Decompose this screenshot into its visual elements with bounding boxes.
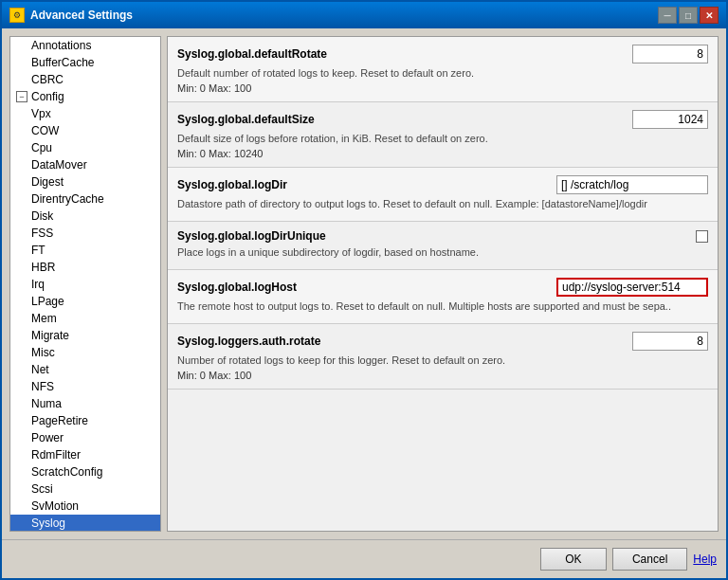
- sidebar-item-power[interactable]: Power: [10, 429, 160, 446]
- close-button[interactable]: ✕: [700, 7, 719, 24]
- sidebar-item-buffercache[interactable]: BufferCache: [10, 54, 160, 71]
- sidebar-item-scsi[interactable]: Scsi: [10, 480, 160, 498]
- setting-minmax-authRotate: Min: 0 Max: 100: [177, 370, 708, 381]
- setting-key-defaultRotate: Syslog.global.defaultRotate: [177, 47, 327, 61]
- sidebar-item-cbrc[interactable]: CBRC: [10, 71, 160, 88]
- sidebar-item-fss[interactable]: FSS: [10, 225, 160, 242]
- settings-scroll[interactable]: Syslog.global.defaultRotate8Default numb…: [168, 37, 718, 531]
- setting-block-logDirUnique: Syslog.global.logDirUniquePlace logs in …: [168, 222, 718, 270]
- sidebar-label-mem: Mem: [31, 312, 57, 325]
- setting-value-logDir[interactable]: [] /scratch/log: [556, 175, 708, 194]
- sidebar-label-nfs: NFS: [31, 380, 54, 393]
- sidebar-item-numa[interactable]: Numa: [10, 395, 160, 412]
- sidebar: AnnotationsBufferCacheCBRC−ConfigVpxCOWC…: [9, 36, 161, 532]
- sidebar-label-syslog: Syslog: [31, 517, 65, 530]
- sidebar-item-annotations[interactable]: Annotations: [10, 37, 160, 54]
- content-area: AnnotationsBufferCacheCBRC−ConfigVpxCOWC…: [2, 28, 726, 539]
- sidebar-item-digest[interactable]: Digest: [10, 173, 160, 190]
- setting-block-defaultSize: Syslog.global.defaultSize1024Default siz…: [168, 102, 718, 168]
- sidebar-label-scratchconfig: ScratchConfig: [31, 465, 102, 479]
- main-panel: Syslog.global.defaultRotate8Default numb…: [167, 36, 719, 532]
- checkbox-logDirUnique[interactable]: [696, 230, 708, 243]
- setting-minmax-defaultSize: Min: 0 Max: 10240: [177, 148, 708, 159]
- sidebar-item-svmotion[interactable]: SvMotion: [10, 498, 160, 515]
- setting-value-logHost[interactable]: udp://syslog-server:514: [556, 278, 708, 297]
- sidebar-item-migrate[interactable]: Migrate: [10, 327, 160, 344]
- sidebar-label-lpage: LPage: [31, 295, 64, 308]
- sidebar-item-disk[interactable]: Disk: [10, 208, 160, 225]
- sidebar-label-cow: COW: [31, 124, 59, 137]
- maximize-button[interactable]: □: [679, 7, 698, 24]
- setting-value-defaultSize[interactable]: 1024: [632, 110, 708, 129]
- setting-value-authRotate[interactable]: 8: [632, 332, 708, 351]
- sidebar-item-pageretire[interactable]: PageRetire: [10, 412, 160, 429]
- sidebar-label-buffercache: BufferCache: [31, 56, 95, 69]
- sidebar-label-power: Power: [31, 431, 64, 444]
- sidebar-label-annotations: Annotations: [31, 39, 91, 52]
- setting-block-defaultRotate: Syslog.global.defaultRotate8Default numb…: [168, 37, 718, 102]
- setting-key-logDirUnique: Syslog.global.logDirUnique: [177, 229, 326, 243]
- setting-header-logDir: Syslog.global.logDir[] /scratch/log: [177, 175, 708, 194]
- setting-block-logHost: Syslog.global.logHostudp://syslog-server…: [168, 270, 718, 324]
- sidebar-label-misc: Misc: [31, 346, 55, 359]
- title-controls: ─ □ ✕: [658, 7, 719, 24]
- sidebar-item-vpx[interactable]: Vpx: [10, 105, 160, 122]
- sidebar-label-cpu: Cpu: [31, 141, 52, 154]
- sidebar-label-disk: Disk: [31, 209, 53, 223]
- checkbox-area-logDirUnique: [696, 230, 708, 243]
- sidebar-label-hbr: HBR: [31, 261, 55, 274]
- setting-desc-authRotate: Number of rotated logs to keep for this …: [177, 354, 708, 366]
- sidebar-item-direntrycache[interactable]: DirentryCache: [10, 190, 160, 208]
- setting-header-authRotate: Syslog.loggers.auth.rotate8: [177, 332, 708, 351]
- sidebar-item-irq[interactable]: Irq: [10, 276, 160, 293]
- sidebar-label-vpx: Vpx: [31, 107, 51, 120]
- setting-key-authRotate: Syslog.loggers.auth.rotate: [177, 335, 320, 348]
- sidebar-item-scratchconfig[interactable]: ScratchConfig: [10, 463, 160, 480]
- minimize-button[interactable]: ─: [658, 7, 677, 24]
- setting-header-defaultSize: Syslog.global.defaultSize1024: [177, 110, 708, 129]
- sidebar-item-cow[interactable]: COW: [10, 122, 160, 139]
- sidebar-item-net[interactable]: Net: [10, 361, 160, 378]
- sidebar-item-mem[interactable]: Mem: [10, 310, 160, 327]
- sidebar-label-scsi: Scsi: [31, 482, 53, 496]
- help-button[interactable]: Help: [693, 553, 717, 566]
- expand-icon-config[interactable]: −: [16, 91, 27, 102]
- sidebar-item-cpu[interactable]: Cpu: [10, 139, 160, 156]
- setting-desc-defaultRotate: Default number of rotated logs to keep. …: [177, 67, 708, 79]
- sidebar-label-direntrycache: DirentryCache: [31, 192, 104, 206]
- sidebar-item-rdmfilter[interactable]: RdmFilter: [10, 446, 160, 463]
- bottom-bar: OK Cancel Help: [2, 539, 726, 578]
- sidebar-label-fss: FSS: [31, 227, 53, 240]
- sidebar-item-datamover[interactable]: DataMover: [10, 156, 160, 173]
- sidebar-item-config[interactable]: −Config: [10, 88, 160, 105]
- sidebar-item-misc[interactable]: Misc: [10, 344, 160, 361]
- cancel-button[interactable]: Cancel: [612, 548, 687, 571]
- sidebar-label-rdmfilter: RdmFilter: [31, 448, 81, 462]
- title-bar: ⚙ Advanced Settings ─ □ ✕: [2, 2, 726, 28]
- sidebar-label-digest: Digest: [31, 175, 64, 189]
- sidebar-label-numa: Numa: [31, 397, 62, 410]
- setting-minmax-defaultRotate: Min: 0 Max: 100: [177, 82, 708, 94]
- sidebar-label-pageretire: PageRetire: [31, 414, 88, 427]
- sidebar-label-ft: FT: [31, 244, 46, 257]
- sidebar-label-config: Config: [31, 90, 64, 103]
- sidebar-item-ft[interactable]: FT: [10, 242, 160, 259]
- setting-value-defaultRotate[interactable]: 8: [632, 45, 708, 63]
- sidebar-label-net: Net: [31, 363, 49, 376]
- sidebar-label-datamover: DataMover: [31, 158, 87, 172]
- setting-block-authRotate: Syslog.loggers.auth.rotate8Number of rot…: [168, 324, 718, 390]
- window-icon: ⚙: [9, 8, 25, 23]
- sidebar-label-migrate: Migrate: [31, 329, 69, 342]
- ok-button[interactable]: OK: [540, 548, 607, 571]
- setting-header-logDirUnique: Syslog.global.logDirUnique: [177, 229, 708, 243]
- sidebar-item-nfs[interactable]: NFS: [10, 378, 160, 395]
- sidebar-label-irq: Irq: [31, 278, 45, 291]
- setting-key-logDir: Syslog.global.logDir: [177, 178, 287, 191]
- sidebar-item-syslog[interactable]: Syslog: [10, 515, 160, 532]
- sidebar-item-lpage[interactable]: LPage: [10, 293, 160, 310]
- sidebar-label-svmotion: SvMotion: [31, 499, 79, 513]
- setting-desc-logDir: Datastore path of directory to output lo…: [177, 198, 708, 209]
- setting-desc-logHost: The remote host to output logs to. Reset…: [177, 300, 708, 312]
- sidebar-item-hbr[interactable]: HBR: [10, 259, 160, 276]
- setting-key-defaultSize: Syslog.global.defaultSize: [177, 113, 315, 126]
